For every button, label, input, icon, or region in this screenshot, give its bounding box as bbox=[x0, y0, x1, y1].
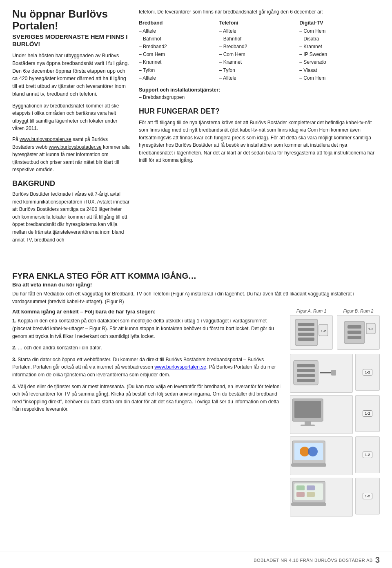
digital-tv-item: IP Sweden bbox=[299, 51, 376, 58]
steps-text: Att komma igång är enkelt – Följ bara de… bbox=[12, 309, 282, 519]
telefoni-item: Kramnet bbox=[219, 58, 296, 66]
telefoni-item: Com Hem bbox=[219, 51, 296, 58]
bredband-col: Bredband Alltele Bahnhof Bredband2 Com H… bbox=[139, 20, 219, 82]
wall-outlet-svg: 1-2 bbox=[293, 317, 330, 348]
digital-tv-item: Com Hem bbox=[299, 27, 376, 35]
step4-illus-left bbox=[290, 478, 353, 517]
step1-illus-row: 1-2 bbox=[290, 354, 380, 393]
top-figures-row: Figur A. Rum 1 1-2 bbox=[290, 309, 380, 350]
step2-illus-left bbox=[290, 395, 353, 434]
step-1-text: 1. Koppla in den ena kontakten på den da… bbox=[12, 317, 282, 340]
step2-computer-svg bbox=[290, 396, 352, 432]
step-3-text: 3. Starta din dator och öppna ett webbfö… bbox=[12, 356, 282, 379]
bredband-header: Bredband bbox=[139, 20, 216, 26]
steps-section: Att komma igång är enkelt – Följ bara de… bbox=[0, 309, 392, 519]
provider-table: Bredband Alltele Bahnhof Bredband2 Com H… bbox=[139, 20, 380, 82]
footer-text: BOBLADET NR 4.10 FRÅN BURLÖVS BOSTÄDER A… bbox=[254, 558, 373, 563]
svg-rect-10 bbox=[347, 336, 361, 339]
telefoni-item: Alltele bbox=[219, 27, 296, 35]
step-4: 4. Välj den eller de tjänster som är mes… bbox=[12, 383, 282, 413]
digital-tv-item: Disatra bbox=[299, 35, 376, 43]
bredband-item: Bahnhof bbox=[139, 35, 216, 43]
page-container: Nu öppnar Burlövs Portalen! SVERIGES MOD… bbox=[0, 0, 392, 568]
telefoni-header: Telefoni bbox=[219, 20, 296, 26]
fyra-heading: FYRA ENKLA STEG FÖR ATT KOMMA IGÅNG… bbox=[12, 271, 380, 281]
hur-text: För att få tillgång till de nya tjänster… bbox=[139, 119, 380, 165]
svg-rect-17 bbox=[297, 379, 315, 382]
step3-illus-row: 1-2 bbox=[290, 436, 380, 475]
burlovsportalen-link[interactable]: www.burlovsportalen.se bbox=[20, 136, 71, 142]
figure-a-content: 1-2 bbox=[290, 315, 333, 350]
left-column: Nu öppnar Burlövs Portalen! SVERIGES MOD… bbox=[12, 8, 131, 247]
bredband-item: Kramnet bbox=[139, 58, 216, 66]
bredband-item: Alltele bbox=[139, 27, 216, 35]
portalen-link-step3[interactable]: www.burlovsportalen.se bbox=[154, 364, 206, 370]
svg-rect-23 bbox=[301, 425, 315, 426]
svg-text:1-2: 1-2 bbox=[321, 329, 326, 333]
step4-illus-right: 1-2 bbox=[355, 478, 380, 514]
svg-rect-16 bbox=[297, 374, 315, 377]
svg-rect-31 bbox=[296, 485, 305, 490]
figure-a: Figur A. Rum 1 1-2 bbox=[290, 309, 333, 350]
bakgrund-text: Burlövs Bostäder tecknade i våras ett 7-… bbox=[12, 190, 131, 244]
body-text-2: På www.burlovsportalen.se samt på Burlöv… bbox=[12, 136, 131, 174]
digital-tv-item: Kramnet bbox=[299, 43, 376, 51]
figure-b-content: 1-2 bbox=[337, 315, 380, 350]
svg-rect-35 bbox=[291, 503, 326, 506]
step-1-label: 1. bbox=[12, 318, 16, 324]
step3-illus-right: 1-2 bbox=[355, 436, 380, 473]
svg-rect-28 bbox=[291, 463, 326, 467]
telefoni-item: Bredband2 bbox=[219, 43, 296, 51]
step-2-label: 2. bbox=[12, 345, 16, 351]
bredband-list: Alltele Bahnhof Bredband2 Com Hem Kramne… bbox=[139, 27, 216, 82]
footer-bar: BOBLADET NR 4.10 FRÅN BURLÖVS BOSTÄDER A… bbox=[0, 552, 392, 568]
steps-images: Figur A. Rum 1 1-2 bbox=[290, 309, 380, 519]
step2-illus-row: 1-2 bbox=[290, 395, 380, 434]
telefoni-col: Telefoni Alltele Bahnhof Bredband2 Com H… bbox=[219, 20, 300, 82]
digital-tv-item: Serverado bbox=[299, 58, 376, 66]
svg-rect-2 bbox=[298, 328, 314, 331]
step4-badge: 1-2 bbox=[363, 493, 372, 499]
step-3: 3. Starta din dator och öppna ett webbfö… bbox=[12, 356, 282, 379]
step3-browser-svg bbox=[290, 437, 352, 474]
figure-b-svg: 1-2 bbox=[340, 317, 377, 348]
svg-rect-32 bbox=[307, 485, 315, 490]
svg-rect-19 bbox=[331, 370, 336, 376]
step-4-label: 4. bbox=[12, 384, 16, 389]
svg-rect-1 bbox=[298, 323, 314, 326]
body-text-1: Byggnationen av bredbandsnätet kommer at… bbox=[12, 102, 131, 132]
digital-tv-col: Digital-TV Com Hem Disatra Kramnet IP Sw… bbox=[299, 20, 380, 82]
bredband-item: Tyfon bbox=[139, 67, 216, 74]
page-subtitle: SVERIGES MODERNASTE HEM FINNS I BURLÖV! bbox=[12, 33, 131, 48]
bredband-item: Alltele bbox=[139, 74, 216, 82]
step-3-label: 3. bbox=[12, 357, 16, 362]
svg-rect-34 bbox=[307, 492, 315, 497]
att-heading: Att komma igång är enkelt – Följ bara de… bbox=[12, 309, 282, 315]
svg-rect-15 bbox=[297, 369, 315, 372]
svg-point-27 bbox=[308, 447, 318, 456]
figure-b: Figur B. Rum 2 1-2 bbox=[337, 309, 380, 350]
digital-tv-header: Digital-TV bbox=[299, 20, 376, 26]
step-1: 1. Koppla in den ena kontakten på den da… bbox=[12, 317, 282, 340]
step3-illus-left bbox=[290, 436, 353, 475]
fyra-section: FYRA ENKLA STEG FÖR ATT KOMMA IGÅNG… Bra… bbox=[0, 271, 392, 305]
step-2-text: 2. … och den andra kontakten i din dator… bbox=[12, 344, 282, 352]
support-text: – Brebdandsgruppen bbox=[139, 94, 380, 101]
step1-badge: 1-2 bbox=[363, 369, 372, 376]
svg-rect-33 bbox=[296, 492, 305, 497]
svg-rect-9 bbox=[347, 331, 361, 334]
hur-heading: HUR FUNGERAR DET? bbox=[139, 107, 380, 116]
bredband-item: Bredband2 bbox=[139, 43, 216, 51]
right-intro: telefoni. De leverantörer som finns när … bbox=[139, 8, 380, 16]
svg-rect-3 bbox=[298, 333, 314, 336]
bredband-item: Com Hem bbox=[139, 51, 216, 58]
bakgrund-heading: BAKGRUND bbox=[12, 179, 131, 188]
svg-rect-4 bbox=[298, 338, 314, 341]
intro-text: Under hela hösten har utbyggnaden av Bur… bbox=[12, 52, 131, 98]
burlovsbostader-link[interactable]: www.burlovsbostader.se bbox=[49, 144, 101, 150]
svg-text:1-2: 1-2 bbox=[368, 327, 373, 331]
svg-rect-8 bbox=[347, 325, 361, 329]
step-4-text: 4. Välj den eller de tjänster som är mes… bbox=[12, 383, 282, 413]
main-content: Nu öppnar Burlövs Portalen! SVERIGES MOD… bbox=[0, 0, 392, 271]
step2-illus-right: 1-2 bbox=[355, 395, 380, 432]
